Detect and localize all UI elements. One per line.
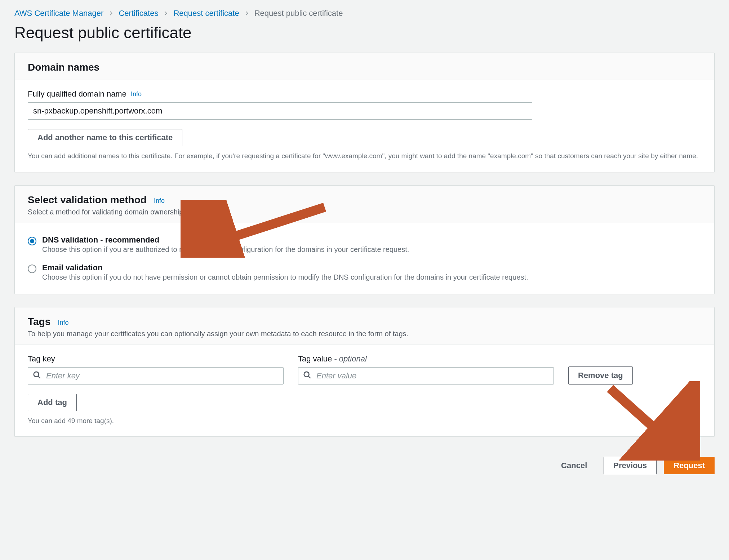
tag-value-optional: - optional — [332, 354, 367, 363]
info-link-fqdn[interactable]: Info — [131, 90, 142, 98]
svg-point-1 — [34, 372, 39, 377]
tag-key-label: Tag key — [28, 354, 284, 364]
add-tag-button[interactable]: Add tag — [28, 394, 77, 411]
option-dns-desc: Choose this option if you are authorized… — [42, 245, 409, 254]
panel-domain-names-title: Domain names — [28, 62, 99, 73]
previous-button[interactable]: Previous — [604, 457, 657, 474]
request-button[interactable]: Request — [664, 457, 715, 474]
search-icon — [33, 371, 41, 381]
page-actions: Cancel Previous Request — [14, 450, 715, 474]
breadcrumb-link-request[interactable]: Request certificate — [173, 9, 239, 18]
panel-validation-method: Select validation method Info Select a m… — [14, 185, 715, 294]
chevron-right-icon — [163, 11, 168, 16]
search-icon — [303, 371, 311, 381]
option-dns-validation[interactable]: DNS validation - recommended Choose this… — [28, 235, 701, 254]
option-dns-label: DNS validation - recommended — [42, 235, 409, 245]
breadcrumb-link-certificates[interactable]: Certificates — [119, 9, 158, 18]
panel-validation-title: Select validation method — [28, 194, 147, 206]
breadcrumb-link-acm[interactable]: AWS Certificate Manager — [14, 9, 103, 18]
tag-value-input[interactable] — [298, 367, 554, 385]
chevron-right-icon — [108, 11, 114, 16]
tag-key-input[interactable] — [28, 367, 284, 385]
remove-tag-button[interactable]: Remove tag — [568, 366, 633, 385]
panel-domain-names: Domain names Fully qualified domain name… — [14, 53, 715, 172]
radio-icon — [28, 265, 36, 273]
svg-line-2 — [38, 376, 40, 378]
cancel-button[interactable]: Cancel — [552, 457, 596, 474]
panel-tags: Tags Info To help you manage your certif… — [14, 307, 715, 437]
page-content: AWS Certificate Manager Certificates Req… — [0, 0, 729, 489]
panel-validation-subtitle: Select a method for validating domain ow… — [28, 208, 701, 216]
tag-value-label: Tag value — [298, 354, 332, 363]
info-link-tags[interactable]: Info — [58, 319, 68, 326]
option-email-validation[interactable]: Email validation Choose this option if y… — [28, 263, 701, 281]
svg-point-3 — [304, 372, 309, 377]
info-link-validation[interactable]: Info — [154, 197, 165, 204]
option-email-label: Email validation — [42, 263, 528, 272]
radio-icon — [28, 237, 36, 245]
domain-help-text: You can add additional names to this cer… — [28, 151, 701, 161]
chevron-right-icon — [244, 11, 249, 16]
fqdn-input[interactable] — [28, 102, 532, 120]
panel-tags-title: Tags — [28, 316, 50, 328]
tag-limit-text: You can add 49 more tag(s). — [28, 416, 701, 426]
breadcrumb-current: Request public certificate — [254, 9, 343, 18]
breadcrumb: AWS Certificate Manager Certificates Req… — [14, 7, 715, 22]
fqdn-label: Fully qualified domain name — [28, 89, 126, 99]
add-another-name-button[interactable]: Add another name to this certificate — [28, 129, 182, 146]
svg-line-4 — [308, 376, 311, 378]
page-title: Request public certificate — [14, 24, 715, 42]
panel-tags-subtitle: To help you manage your certificates you… — [28, 330, 701, 338]
option-email-desc: Choose this option if you do not have pe… — [42, 273, 528, 281]
